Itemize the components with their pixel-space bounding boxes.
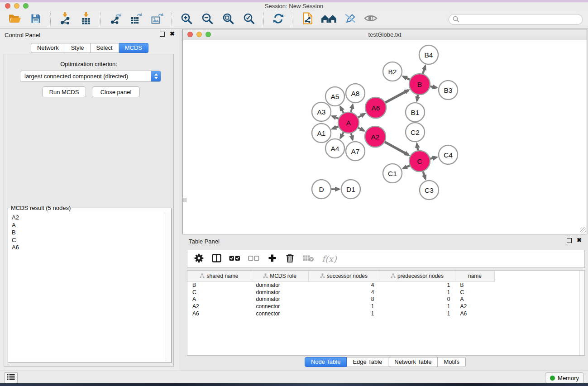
float-panel-icon[interactable] bbox=[160, 32, 165, 37]
close-panel-button[interactable]: Close panel bbox=[92, 86, 140, 97]
delete-table-button[interactable] bbox=[302, 254, 314, 264]
edge-A-A1[interactable] bbox=[332, 127, 338, 129]
node-C2[interactable]: C2 bbox=[406, 123, 425, 142]
node-A7[interactable]: A7 bbox=[346, 142, 365, 161]
close-window-button[interactable] bbox=[5, 3, 10, 9]
zoom-out-button[interactable] bbox=[197, 12, 218, 27]
zoom-selected-button[interactable] bbox=[239, 12, 259, 27]
minimize-window-button[interactable] bbox=[14, 3, 19, 9]
show-graphics-details-button[interactable] bbox=[360, 12, 381, 27]
table-row[interactable]: Adominator80A bbox=[187, 296, 584, 303]
export-table-button[interactable] bbox=[126, 12, 147, 27]
hide-annotations-button[interactable] bbox=[339, 12, 360, 27]
edge-C-C3[interactable] bbox=[423, 172, 425, 179]
window-resize-grip[interactable] bbox=[580, 227, 586, 234]
search-input[interactable] bbox=[449, 14, 583, 25]
delete-column-button[interactable] bbox=[285, 253, 295, 265]
node-A3[interactable]: A3 bbox=[312, 102, 331, 121]
node-C4[interactable]: C4 bbox=[439, 145, 458, 164]
tab-edge-table[interactable]: Edge Table bbox=[347, 357, 388, 367]
column-header-MCDS-role[interactable]: MCDS role bbox=[251, 271, 309, 281]
table-scrollbar[interactable] bbox=[579, 271, 584, 355]
result-scrollbar[interactable] bbox=[166, 212, 170, 362]
minimize-network-button[interactable] bbox=[196, 32, 202, 37]
import-network-button[interactable] bbox=[55, 12, 76, 27]
mcds-result-item[interactable]: C bbox=[12, 237, 167, 244]
node-B3[interactable]: B3 bbox=[439, 81, 458, 100]
node-D[interactable]: D bbox=[312, 180, 331, 199]
column-header-predecessor-nodes[interactable]: predecessor nodes bbox=[379, 271, 455, 281]
node-D1[interactable]: D1 bbox=[341, 180, 360, 199]
task-history-button[interactable] bbox=[5, 372, 18, 383]
table-row[interactable]: Bdominator41B bbox=[187, 281, 584, 289]
network-canvas[interactable]: B4B2BB3A8A5A6A3B1AA1C2A2A4A7C4CC1C3DD1 bbox=[183, 40, 587, 234]
table-row[interactable]: A6connector11A6 bbox=[187, 310, 584, 317]
mcds-result-item[interactable]: A2 bbox=[12, 214, 167, 222]
node-A5[interactable]: A5 bbox=[325, 87, 344, 106]
edge-A6-B[interactable] bbox=[385, 90, 408, 102]
zoom-in-button[interactable] bbox=[176, 12, 197, 27]
toggle-panel-mode-button[interactable] bbox=[211, 254, 221, 264]
column-header-name[interactable]: name bbox=[455, 271, 495, 281]
memory-button[interactable]: Memory bbox=[545, 372, 584, 383]
add-column-button[interactable] bbox=[267, 254, 277, 264]
edge-A2-C[interactable] bbox=[385, 142, 408, 155]
node-A8[interactable]: A8 bbox=[346, 84, 365, 103]
edge-A-A3[interactable] bbox=[332, 116, 339, 119]
open-session-button[interactable] bbox=[5, 12, 25, 27]
table-row[interactable]: Cdominator41C bbox=[187, 289, 584, 296]
node-A1[interactable]: A1 bbox=[312, 124, 331, 143]
node-A4[interactable]: A4 bbox=[325, 139, 344, 158]
edge-A-A2[interactable] bbox=[358, 128, 364, 131]
mcds-result-item[interactable]: A6 bbox=[12, 244, 167, 252]
tab-node-table[interactable]: Node Table bbox=[305, 357, 347, 367]
zoom-network-button[interactable] bbox=[206, 32, 211, 37]
node-A6[interactable]: A6 bbox=[365, 97, 386, 118]
node-C[interactable]: C bbox=[409, 151, 430, 172]
tab-network[interactable]: Network bbox=[31, 43, 65, 53]
node-B[interactable]: B bbox=[409, 74, 430, 95]
export-image-button[interactable] bbox=[147, 12, 167, 27]
node-B1[interactable]: B1 bbox=[406, 103, 425, 122]
tab-mcds[interactable]: MCDS bbox=[119, 43, 148, 53]
node-A2[interactable]: A2 bbox=[365, 126, 386, 147]
node-C3[interactable]: C3 bbox=[420, 181, 439, 200]
edge-A-A8[interactable] bbox=[351, 105, 353, 112]
network-from-selection-button[interactable] bbox=[297, 12, 318, 27]
network-graph[interactable]: B4B2BB3A8A5A6A3B1AA1C2A2A4A7C4CC1C3DD1 bbox=[183, 40, 587, 234]
edge-B-B1[interactable] bbox=[417, 95, 418, 101]
edge-C-C4[interactable] bbox=[430, 157, 436, 159]
column-settings-button[interactable] bbox=[194, 253, 204, 265]
deselect-all-columns-button[interactable] bbox=[248, 255, 259, 263]
edge-B-B2[interactable] bbox=[403, 76, 410, 80]
run-mcds-button[interactable]: Run MCDS bbox=[42, 86, 86, 97]
export-network-button[interactable] bbox=[105, 12, 126, 27]
table-row[interactable]: A2connector11A2 bbox=[187, 303, 584, 310]
node-B2[interactable]: B2 bbox=[383, 62, 402, 81]
edge-B-B3[interactable] bbox=[430, 86, 437, 88]
node-C1[interactable]: C1 bbox=[383, 164, 402, 183]
node-A[interactable]: A bbox=[338, 112, 359, 133]
edge-A-A5[interactable] bbox=[340, 107, 344, 113]
tab-select[interactable]: Select bbox=[91, 43, 119, 53]
close-table-panel-icon[interactable]: ✖ bbox=[577, 238, 582, 243]
close-network-button[interactable] bbox=[187, 32, 193, 37]
refresh-network-button[interactable] bbox=[268, 12, 289, 27]
select-all-columns-button[interactable] bbox=[229, 255, 240, 263]
edge-C-C1[interactable] bbox=[403, 166, 410, 168]
column-header-successor-nodes[interactable]: successor nodes bbox=[309, 271, 379, 281]
function-builder-button[interactable]: f(x) bbox=[322, 254, 337, 264]
edge-C-C2[interactable] bbox=[417, 144, 418, 151]
float-table-panel-icon[interactable] bbox=[567, 238, 572, 243]
close-panel-icon[interactable]: ✖ bbox=[170, 31, 175, 37]
tab-motifs[interactable]: Motifs bbox=[438, 357, 466, 367]
column-header-shared-name[interactable]: shared name bbox=[187, 271, 251, 281]
edge-A-A6[interactable] bbox=[358, 114, 364, 117]
node-B4[interactable]: B4 bbox=[419, 45, 438, 64]
edge-B-B4[interactable] bbox=[423, 66, 425, 74]
import-table-button[interactable] bbox=[76, 12, 96, 27]
criterion-dropdown[interactable]: largest connected component (directed) bbox=[20, 71, 161, 82]
zoom-window-button[interactable] bbox=[23, 3, 29, 9]
zoom-fit-button[interactable] bbox=[218, 12, 239, 27]
network-window-titlebar[interactable]: testGlobe.txt bbox=[183, 29, 587, 40]
